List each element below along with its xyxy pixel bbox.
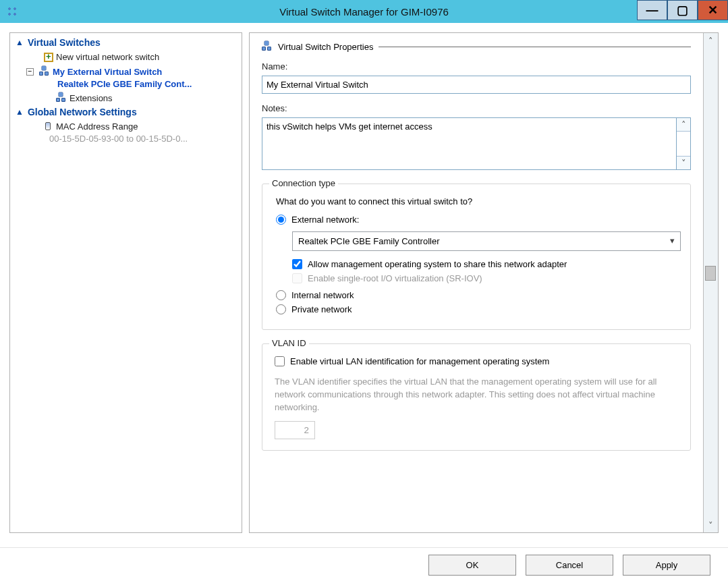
tree-item-label: New virtual network switch	[56, 52, 159, 62]
radio-internal-network[interactable]: Internal network	[276, 290, 681, 300]
content-area: ▲ Virtual Switches New virtual network s…	[0, 23, 728, 542]
properties-header: Virtual Switch Properties	[262, 41, 691, 52]
adapter-select[interactable]: Realtek PCIe GBE Family Controller	[292, 231, 681, 251]
chevron-up-icon: ▲	[16, 107, 24, 117]
vlan-id-group: VLAN ID Enable virtual LAN identificatio…	[262, 343, 691, 451]
connection-type-question: What do you want to connect this virtual…	[276, 196, 681, 206]
notes-textarea[interactable]	[262, 117, 676, 170]
header-divider	[379, 47, 691, 47]
radio-private-network[interactable]: Private network	[276, 304, 681, 314]
vlan-legend: VLAN ID	[269, 338, 309, 348]
mac-range-icon	[43, 121, 53, 132]
ok-button[interactable]: OK	[428, 555, 516, 576]
notes-label: Notes:	[262, 103, 691, 113]
checkbox-label: Allow management operating system to sha…	[308, 259, 567, 269]
sidebar-tree: ▲ Virtual Switches New virtual network s…	[9, 32, 242, 533]
vswitch-icon	[39, 66, 50, 77]
radio-label: External network:	[291, 215, 359, 225]
section-global-settings[interactable]: ▲ Global Network Settings	[10, 105, 242, 119]
properties-header-label: Virtual Switch Properties	[278, 42, 373, 52]
tree-item-new-switch[interactable]: New virtual network switch	[10, 49, 242, 64]
adapter-select-value: Realtek PCIe GBE Family Controller	[298, 236, 440, 246]
scroll-up-icon[interactable]: ˄	[704, 33, 718, 48]
section-label: Virtual Switches	[28, 37, 101, 48]
scroll-thumb[interactable]	[705, 266, 716, 281]
minimize-button[interactable]: —	[637, 0, 667, 20]
vlan-id-input	[275, 421, 315, 439]
radio-private-input[interactable]	[276, 304, 286, 314]
vswitch-icon	[262, 41, 273, 52]
connection-type-group: Connection type What do you want to conn…	[262, 184, 691, 330]
radio-internal-input[interactable]	[276, 290, 286, 300]
window-title: Virtual Switch Manager for GIM-I0976	[279, 6, 449, 18]
checkbox-enable-vlan-input[interactable]	[275, 356, 285, 366]
tree-item-label: Extensions	[69, 93, 113, 103]
checkbox-label: Enable virtual LAN identification for ma…	[290, 356, 549, 366]
chevron-up-icon: ▲	[16, 38, 24, 47]
window-buttons: — ▢ ✕	[637, 0, 728, 20]
main-scrollbar[interactable]: ˄ ˅	[703, 33, 718, 532]
tree-item-extensions[interactable]: Extensions	[10, 90, 242, 105]
checkbox-enable-vlan[interactable]: Enable virtual LAN identification for ma…	[275, 356, 681, 366]
tree-item-mac-range[interactable]: MAC Address Range	[10, 119, 242, 134]
notes-scrollbar[interactable]: ˄ ˅	[676, 117, 691, 170]
name-input[interactable]	[262, 76, 691, 94]
tree-item-label: MAC Address Range	[56, 121, 138, 132]
scroll-down-icon[interactable]: ˅	[704, 518, 718, 532]
checkbox-allow-management[interactable]: Allow management operating system to sha…	[292, 259, 681, 269]
collapse-icon[interactable]: −	[26, 68, 34, 76]
tree-item-label: My External Virtual Switch	[53, 67, 162, 77]
mac-range-value: 00-15-5D-05-93-00 to 00-15-5D-0...	[10, 134, 242, 146]
cancel-button[interactable]: Cancel	[526, 555, 613, 576]
connection-type-legend: Connection type	[269, 178, 338, 188]
scroll-up-icon[interactable]: ˄	[677, 118, 690, 132]
apply-button[interactable]: Apply	[623, 555, 710, 576]
scroll-down-icon[interactable]: ˅	[677, 156, 690, 169]
checkbox-sriov-input	[292, 273, 302, 283]
titlebar: Virtual Switch Manager for GIM-I0976 — ▢…	[0, 0, 728, 23]
checkbox-allow-management-input[interactable]	[292, 259, 302, 269]
dialog-footer: OK Cancel Apply	[0, 547, 728, 585]
app-icon	[5, 5, 19, 18]
checkbox-label: Enable single-root I/O virtualization (S…	[308, 273, 482, 283]
tree-item-adapter-sub[interactable]: Realtek PCIe GBE Family Cont...	[10, 79, 242, 90]
checkbox-sriov: Enable single-root I/O virtualization (S…	[292, 273, 681, 283]
radio-external-input[interactable]	[276, 215, 286, 225]
radio-label: Private network	[291, 304, 352, 314]
properties-panel: Virtual Switch Properties Name: Notes: ˄…	[249, 32, 719, 533]
section-label: Global Network Settings	[28, 107, 137, 117]
section-virtual-switches[interactable]: ▲ Virtual Switches	[10, 36, 242, 49]
radio-external-network[interactable]: External network:	[276, 215, 681, 225]
close-button[interactable]: ✕	[698, 0, 728, 20]
extensions-icon	[56, 92, 67, 103]
new-switch-icon	[43, 51, 53, 62]
vlan-help-text: The VLAN identifier specifies the virtua…	[275, 376, 678, 414]
tree-item-selected-switch[interactable]: − My External Virtual Switch	[10, 64, 242, 79]
name-label: Name:	[262, 61, 691, 72]
radio-label: Internal network	[291, 290, 354, 300]
maximize-button[interactable]: ▢	[667, 0, 698, 20]
